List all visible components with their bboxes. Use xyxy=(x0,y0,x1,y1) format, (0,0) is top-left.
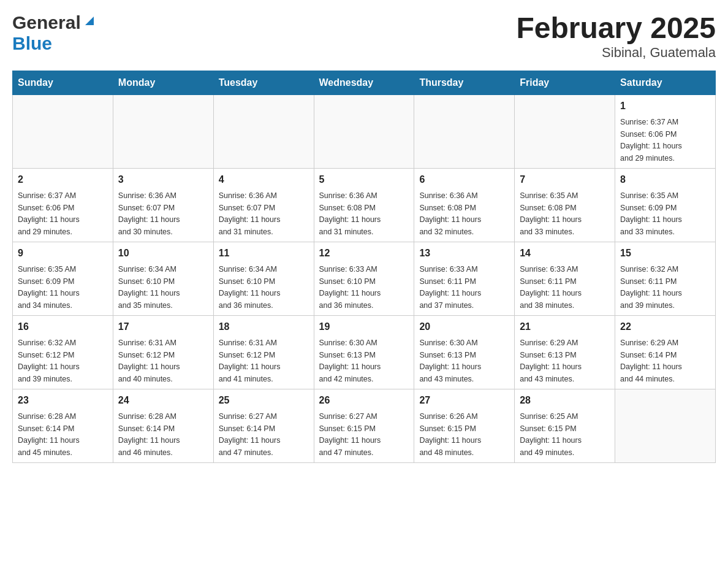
day-number: 15 xyxy=(620,246,710,261)
day-number: 8 xyxy=(620,172,710,187)
day-info: Sunrise: 6:35 AM Sunset: 6:09 PM Dayligh… xyxy=(620,191,682,236)
day-info: Sunrise: 6:31 AM Sunset: 6:12 PM Dayligh… xyxy=(118,339,180,383)
day-info: Sunrise: 6:33 AM Sunset: 6:11 PM Dayligh… xyxy=(520,265,582,310)
day-number: 18 xyxy=(219,320,309,334)
calendar-cell xyxy=(213,94,314,168)
calendar-week-row: 23Sunrise: 6:28 AM Sunset: 6:14 PM Dayli… xyxy=(13,389,716,462)
day-info: Sunrise: 6:36 AM Sunset: 6:07 PM Dayligh… xyxy=(219,191,281,236)
logo-triangle-icon xyxy=(83,14,96,28)
calendar-cell: 27Sunrise: 6:26 AM Sunset: 6:15 PM Dayli… xyxy=(414,389,515,462)
calendar-cell: 22Sunrise: 6:29 AM Sunset: 6:14 PM Dayli… xyxy=(615,315,716,389)
day-number: 23 xyxy=(18,393,108,408)
day-number: 6 xyxy=(419,172,509,187)
calendar-header-thursday: Thursday xyxy=(414,71,515,94)
calendar-cell xyxy=(515,94,615,168)
day-number: 24 xyxy=(118,393,208,408)
day-number: 20 xyxy=(419,320,509,334)
calendar-cell xyxy=(113,94,213,168)
calendar-cell xyxy=(615,389,716,462)
day-info: Sunrise: 6:29 AM Sunset: 6:14 PM Dayligh… xyxy=(620,339,682,383)
calendar-cell: 9Sunrise: 6:35 AM Sunset: 6:09 PM Daylig… xyxy=(13,242,113,315)
day-number: 22 xyxy=(620,320,710,334)
day-number: 5 xyxy=(319,172,409,187)
day-info: Sunrise: 6:35 AM Sunset: 6:08 PM Dayligh… xyxy=(520,191,582,236)
calendar-cell: 15Sunrise: 6:32 AM Sunset: 6:11 PM Dayli… xyxy=(615,242,716,315)
calendar-cell: 19Sunrise: 6:30 AM Sunset: 6:13 PM Dayli… xyxy=(314,315,414,389)
header: General Blue February 2025 Sibinal, Guat… xyxy=(12,12,716,61)
calendar-table: SundayMondayTuesdayWednesdayThursdayFrid… xyxy=(12,71,716,463)
calendar-cell: 10Sunrise: 6:34 AM Sunset: 6:10 PM Dayli… xyxy=(113,242,213,315)
calendar-cell: 26Sunrise: 6:27 AM Sunset: 6:15 PM Dayli… xyxy=(314,389,414,462)
day-number: 28 xyxy=(520,393,610,408)
day-number: 26 xyxy=(319,393,409,408)
day-info: Sunrise: 6:28 AM Sunset: 6:14 PM Dayligh… xyxy=(118,412,180,457)
logo: General Blue xyxy=(12,12,96,54)
logo-blue-text: Blue xyxy=(12,33,52,53)
calendar-subtitle: Sibinal, Guatemala xyxy=(516,45,716,61)
calendar-cell: 7Sunrise: 6:35 AM Sunset: 6:08 PM Daylig… xyxy=(515,168,615,242)
day-number: 10 xyxy=(118,246,208,261)
day-info: Sunrise: 6:30 AM Sunset: 6:13 PM Dayligh… xyxy=(319,339,381,383)
day-info: Sunrise: 6:27 AM Sunset: 6:15 PM Dayligh… xyxy=(319,412,381,457)
day-number: 2 xyxy=(18,172,108,187)
calendar-cell: 18Sunrise: 6:31 AM Sunset: 6:12 PM Dayli… xyxy=(213,315,314,389)
calendar-cell: 12Sunrise: 6:33 AM Sunset: 6:10 PM Dayli… xyxy=(314,242,414,315)
calendar-header-saturday: Saturday xyxy=(615,71,716,94)
day-number: 16 xyxy=(18,320,108,334)
day-info: Sunrise: 6:36 AM Sunset: 6:08 PM Dayligh… xyxy=(319,191,381,236)
calendar-header-monday: Monday xyxy=(113,71,213,94)
day-number: 14 xyxy=(520,246,610,261)
calendar-header-tuesday: Tuesday xyxy=(213,71,314,94)
day-info: Sunrise: 6:32 AM Sunset: 6:12 PM Dayligh… xyxy=(18,339,80,383)
day-info: Sunrise: 6:35 AM Sunset: 6:09 PM Dayligh… xyxy=(18,265,80,310)
calendar-cell xyxy=(13,94,113,168)
logo-general-text: General xyxy=(12,12,81,33)
day-number: 21 xyxy=(520,320,610,334)
calendar-cell: 16Sunrise: 6:32 AM Sunset: 6:12 PM Dayli… xyxy=(13,315,113,389)
day-info: Sunrise: 6:26 AM Sunset: 6:15 PM Dayligh… xyxy=(419,412,481,457)
calendar-cell: 6Sunrise: 6:36 AM Sunset: 6:08 PM Daylig… xyxy=(414,168,515,242)
day-info: Sunrise: 6:31 AM Sunset: 6:12 PM Dayligh… xyxy=(219,339,281,383)
calendar-cell: 14Sunrise: 6:33 AM Sunset: 6:11 PM Dayli… xyxy=(515,242,615,315)
calendar-header-sunday: Sunday xyxy=(13,71,113,94)
day-info: Sunrise: 6:34 AM Sunset: 6:10 PM Dayligh… xyxy=(118,265,180,310)
calendar-header-friday: Friday xyxy=(515,71,615,94)
day-number: 1 xyxy=(620,99,710,113)
day-info: Sunrise: 6:33 AM Sunset: 6:11 PM Dayligh… xyxy=(419,265,481,310)
svg-marker-0 xyxy=(85,17,94,25)
day-info: Sunrise: 6:37 AM Sunset: 6:06 PM Dayligh… xyxy=(620,118,682,163)
calendar-cell: 24Sunrise: 6:28 AM Sunset: 6:14 PM Dayli… xyxy=(113,389,213,462)
calendar-cell: 25Sunrise: 6:27 AM Sunset: 6:14 PM Dayli… xyxy=(213,389,314,462)
calendar-cell: 21Sunrise: 6:29 AM Sunset: 6:13 PM Dayli… xyxy=(515,315,615,389)
calendar-week-row: 16Sunrise: 6:32 AM Sunset: 6:12 PM Dayli… xyxy=(13,315,716,389)
day-info: Sunrise: 6:34 AM Sunset: 6:10 PM Dayligh… xyxy=(219,265,281,310)
day-info: Sunrise: 6:32 AM Sunset: 6:11 PM Dayligh… xyxy=(620,265,682,310)
day-number: 3 xyxy=(118,172,208,187)
calendar-cell: 28Sunrise: 6:25 AM Sunset: 6:15 PM Dayli… xyxy=(515,389,615,462)
calendar-cell: 3Sunrise: 6:36 AM Sunset: 6:07 PM Daylig… xyxy=(113,168,213,242)
day-number: 4 xyxy=(219,172,309,187)
calendar-cell: 1Sunrise: 6:37 AM Sunset: 6:06 PM Daylig… xyxy=(615,94,716,168)
calendar-cell: 8Sunrise: 6:35 AM Sunset: 6:09 PM Daylig… xyxy=(615,168,716,242)
calendar-cell xyxy=(414,94,515,168)
calendar-cell: 13Sunrise: 6:33 AM Sunset: 6:11 PM Dayli… xyxy=(414,242,515,315)
calendar-cell: 4Sunrise: 6:36 AM Sunset: 6:07 PM Daylig… xyxy=(213,168,314,242)
day-info: Sunrise: 6:36 AM Sunset: 6:07 PM Dayligh… xyxy=(118,191,180,236)
day-number: 17 xyxy=(118,320,208,334)
day-number: 11 xyxy=(219,246,309,261)
day-info: Sunrise: 6:33 AM Sunset: 6:10 PM Dayligh… xyxy=(319,265,381,310)
calendar-cell: 20Sunrise: 6:30 AM Sunset: 6:13 PM Dayli… xyxy=(414,315,515,389)
calendar-week-row: 2Sunrise: 6:37 AM Sunset: 6:06 PM Daylig… xyxy=(13,168,716,242)
day-number: 13 xyxy=(419,246,509,261)
calendar-week-row: 1Sunrise: 6:37 AM Sunset: 6:06 PM Daylig… xyxy=(13,94,716,168)
day-info: Sunrise: 6:30 AM Sunset: 6:13 PM Dayligh… xyxy=(419,339,481,383)
day-info: Sunrise: 6:25 AM Sunset: 6:15 PM Dayligh… xyxy=(520,412,582,457)
calendar-header-wednesday: Wednesday xyxy=(314,71,414,94)
calendar-cell: 5Sunrise: 6:36 AM Sunset: 6:08 PM Daylig… xyxy=(314,168,414,242)
day-number: 7 xyxy=(520,172,610,187)
day-number: 12 xyxy=(319,246,409,261)
day-info: Sunrise: 6:27 AM Sunset: 6:14 PM Dayligh… xyxy=(219,412,281,457)
calendar-cell: 11Sunrise: 6:34 AM Sunset: 6:10 PM Dayli… xyxy=(213,242,314,315)
calendar-cell xyxy=(314,94,414,168)
day-number: 27 xyxy=(419,393,509,408)
